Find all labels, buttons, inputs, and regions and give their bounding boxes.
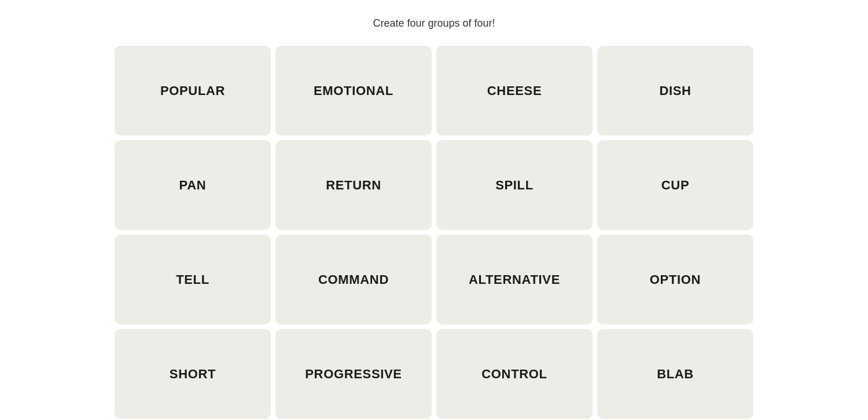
card-spill[interactable]: SPILL (436, 140, 593, 230)
word-alternative: ALTERNATIVE (463, 266, 566, 293)
word-dish: DISH (653, 78, 697, 104)
card-short[interactable]: SHORT (115, 329, 271, 419)
word-tell: TELL (170, 266, 215, 293)
card-command[interactable]: COMMAND (275, 235, 432, 324)
word-option: OPTION (644, 266, 707, 293)
card-popular[interactable]: POPULAR (115, 46, 271, 136)
word-popular: POPULAR (155, 78, 231, 104)
word-spill: SPILL (490, 172, 539, 199)
card-dish[interactable]: DISH (597, 46, 753, 136)
card-pan[interactable]: PAN (115, 140, 271, 230)
card-tell[interactable]: TELL (115, 235, 271, 324)
card-emotional[interactable]: EMOTIONAL (275, 46, 432, 136)
card-return[interactable]: RETURN (275, 140, 432, 230)
word-emotional: EMOTIONAL (308, 78, 399, 104)
card-progressive[interactable]: PROGRESSIVE (275, 329, 432, 419)
word-grid: POPULAREMOTIONALCHEESEDISHPANRETURNSPILL… (115, 46, 753, 419)
card-blab[interactable]: BLAB (597, 329, 753, 419)
word-cup: CUP (656, 172, 695, 199)
word-pan: PAN (174, 172, 212, 199)
card-alternative[interactable]: ALTERNATIVE (436, 235, 593, 324)
word-progressive: PROGRESSIVE (299, 361, 407, 388)
word-cheese: CHEESE (481, 78, 547, 104)
word-return: RETURN (320, 172, 387, 199)
card-control[interactable]: CONTROL (436, 329, 593, 419)
word-short: SHORT (164, 361, 222, 388)
word-blab: BLAB (651, 361, 700, 388)
card-option[interactable]: OPTION (597, 235, 753, 324)
page-subtitle: Create four groups of four! (373, 17, 495, 30)
word-command: COMMAND (312, 266, 395, 293)
card-cheese[interactable]: CHEESE (436, 46, 593, 136)
card-cup[interactable]: CUP (597, 140, 753, 230)
word-control: CONTROL (476, 361, 553, 388)
